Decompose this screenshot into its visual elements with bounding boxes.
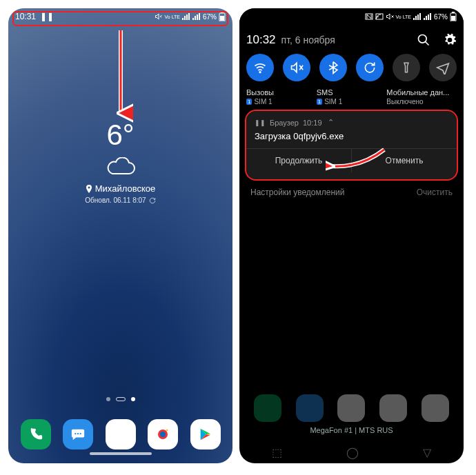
notif-time: 10:19: [303, 119, 322, 127]
updated-text: Обновл. 06.11 8:07: [85, 196, 146, 204]
svg-point-7: [79, 433, 81, 434]
flashlight-toggle[interactable]: [393, 54, 420, 81]
nav-home-icon[interactable]: ◯: [346, 446, 359, 459]
notif-app-name: Браузер: [270, 119, 299, 127]
svg-point-10: [166, 429, 168, 432]
refresh-icon: [149, 197, 156, 204]
battery-icon: [219, 12, 226, 21]
sim-calls-value: SIM 1: [254, 98, 272, 105]
status-bar[interactable]: 10:31 ❚❚ Vo LTE 67%: [8, 8, 232, 25]
phone-home-screen: 10:31 ❚❚ Vo LTE 67%: [8, 8, 232, 463]
sim-status-row[interactable]: Вызовы 1SIM 1 SMS 1SIM 1 Мобильные дан..…: [246, 88, 457, 105]
signal-icon-2: [424, 13, 432, 20]
status-bar: Vo LTE 67%: [239, 8, 464, 25]
pause-icon: ❚❚: [255, 119, 266, 126]
svg-rect-2: [220, 16, 224, 21]
app-dock: Y: [8, 419, 232, 449]
clear-all-button[interactable]: Очистить: [417, 188, 453, 197]
notif-title: Загрузка 0qfpyjv6.exe: [255, 131, 448, 141]
sim-sms-value: SIM 1: [324, 98, 342, 105]
mute-icon: [155, 12, 163, 21]
chevron-up-icon[interactable]: ⌃: [328, 118, 334, 127]
location-pin-icon: [86, 185, 92, 193]
navigation-bar[interactable]: ⬚ ◯ ▽: [239, 446, 464, 459]
battery-icon: [450, 12, 457, 21]
gear-icon[interactable]: [443, 33, 457, 47]
cloud-icon: [106, 157, 136, 178]
nfc-icon: [365, 13, 373, 20]
sim-sms-label: SMS: [317, 88, 387, 97]
sound-toggle[interactable]: [283, 54, 310, 81]
signal-icon-1: [413, 13, 422, 20]
battery-pct: 67%: [203, 13, 217, 21]
continue-button[interactable]: Продолжить: [246, 149, 352, 172]
sim-data-label: Мобильные дан...: [386, 88, 457, 97]
svg-point-18: [259, 72, 261, 73]
signal-icon-1: [182, 13, 190, 20]
svg-rect-14: [452, 12, 455, 13]
navigation-bar[interactable]: [8, 452, 232, 462]
signal-icon-2: [192, 13, 201, 20]
rotate-toggle[interactable]: [356, 54, 384, 81]
cancel-button[interactable]: Отменить: [352, 149, 457, 172]
quick-settings-row: [246, 54, 457, 81]
cast-icon: [375, 13, 384, 20]
yandex-app-icon[interactable]: Y: [106, 419, 136, 449]
temperature-value: 6°: [8, 119, 232, 152]
shade-header: 10:32 пт, 6 ноября: [246, 33, 457, 47]
sim-badge: 1: [317, 99, 322, 105]
notification-settings-button[interactable]: Настройки уведомлений: [250, 188, 344, 197]
annotation-arrow-down: [108, 28, 133, 124]
sim-data-value: Выключено: [386, 98, 423, 105]
volte-label: Vo LTE: [165, 14, 180, 19]
svg-rect-1: [221, 12, 224, 13]
battery-pct: 67%: [434, 13, 448, 21]
nav-recent-icon[interactable]: ⬚: [272, 446, 282, 459]
shade-time: 10:32: [246, 33, 276, 47]
shade-footer: Настройки уведомлений Очистить: [246, 179, 457, 200]
weather-widget[interactable]: 6° Михайловское Обновл. 06.11 8:07: [8, 119, 232, 204]
download-notification[interactable]: ❚❚ Браузер 10:19 ⌃ Загрузка 0qfpyjv6.exe…: [246, 111, 457, 179]
phone-app-icon[interactable]: [21, 419, 51, 449]
wifi-toggle[interactable]: [246, 54, 274, 81]
volte-label: Vo LTE: [396, 14, 411, 19]
shade-date: пт, 6 ноября: [281, 34, 335, 46]
play-store-app-icon[interactable]: [190, 419, 221, 449]
airplane-toggle[interactable]: [429, 54, 457, 81]
svg-rect-15: [451, 16, 455, 21]
svg-point-9: [160, 432, 166, 437]
messages-app-icon[interactable]: [63, 419, 93, 449]
bluetooth-toggle[interactable]: [319, 54, 347, 81]
svg-point-6: [77, 433, 79, 434]
pause-icon: ❚❚: [40, 12, 54, 21]
page-indicator[interactable]: [8, 397, 232, 401]
nav-back-icon[interactable]: ▽: [423, 446, 431, 459]
phone-notification-shade: Vo LTE 67% 10:32 пт, 6 ноября: [239, 8, 464, 463]
search-icon[interactable]: [417, 33, 430, 47]
svg-point-16: [419, 35, 427, 43]
mute-icon: [386, 12, 394, 21]
sim-calls-label: Вызовы: [246, 88, 317, 97]
camera-app-icon[interactable]: [148, 419, 178, 449]
sim-badge: 1: [246, 99, 252, 105]
app-dock-dimmed: [239, 394, 464, 422]
home-pill-icon: [116, 397, 126, 401]
statusbar-time: 10:31: [15, 12, 36, 21]
svg-point-5: [75, 433, 76, 434]
svg-line-17: [426, 42, 429, 46]
location-name: Михайловское: [95, 183, 155, 194]
carrier-label: MegaFon #1 | MTS RUS: [239, 426, 464, 434]
